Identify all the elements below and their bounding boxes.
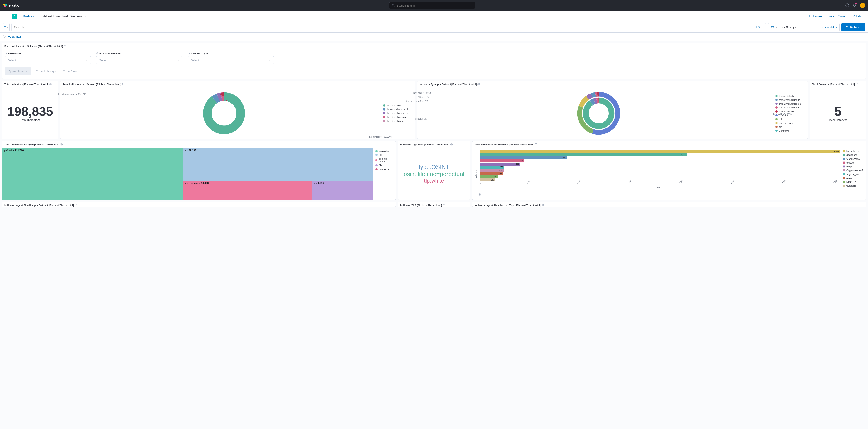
bar-row[interactable]: 440 [480,159,840,162]
legend-item[interactable]: threatintel.abuseurl [775,98,803,101]
legend-item[interactable]: lrz_urlhaus [843,150,863,152]
tag-item[interactable]: tlp:white [424,178,444,184]
warning-icon: ⚠ [96,52,98,55]
refresh-label: Refresh [850,25,861,29]
add-filter-button[interactable]: + Add filter [8,35,21,38]
legend-item[interactable]: Gandylyan1 [843,157,863,160]
elastic-logo[interactable]: elastic [3,3,19,8]
cancel-changes-button[interactable]: Cancel changes [34,67,58,75]
query-input[interactable] [14,25,754,29]
legend-label: threatintel.otx [779,95,794,97]
svg-rect-9 [4,26,6,28]
legend-item[interactable]: geenensp [843,154,863,156]
global-search[interactable] [389,2,475,9]
bar-row[interactable]: 2,048 [480,153,840,156]
info-icon[interactable]: ⓘ [122,83,124,86]
query-input-wrap[interactable]: KQL [11,23,766,31]
legend-item[interactable]: sugimu_sec [843,173,863,176]
legend-item[interactable]: Cryptolaemus1 [843,169,863,172]
legend-swatch [843,150,845,152]
apply-changes-button[interactable]: Apply changes [5,67,31,75]
feed-name-select[interactable]: Select... [5,56,91,64]
global-search-input[interactable] [397,4,473,7]
refresh-button[interactable]: Refresh [841,23,865,31]
share-button[interactable]: Share [827,14,835,18]
legend-item[interactable]: threatintel.anomali [775,106,803,109]
bar-row[interactable]: 3,554 [480,150,840,153]
info-icon[interactable]: ⓘ [541,204,544,207]
info-icon[interactable]: ⓘ [50,83,52,86]
legend-item[interactable]: threatintel.otx [383,104,411,107]
legend-item[interactable]: url [375,154,393,156]
bar-chart[interactable]: 3,5542,048862440399237234228181148 05001… [477,150,840,198]
tag-item[interactable]: type:OSINT [418,163,450,171]
info-icon[interactable]: ⓘ [450,143,453,146]
donut-chart[interactable] [575,89,622,137]
info-icon[interactable]: ⓘ [856,83,858,86]
svg-point-21 [586,100,611,126]
legend-item[interactable]: threatintel.otx [775,95,803,97]
info-icon[interactable]: ⓘ [60,143,63,146]
legend-item[interactable]: domain-name [775,122,803,124]
newsfeed-icon[interactable] [845,3,849,8]
legend-item[interactable]: unknown [775,129,803,132]
nav-toggle-icon[interactable] [3,13,9,20]
legend-item[interactable]: unknown [375,168,393,171]
legend-item[interactable]: misp [843,165,863,168]
legend-item[interactable]: tammeto [843,184,863,187]
clone-button[interactable]: Clone [838,14,845,18]
legend-item[interactable]: threatintel.misp [383,120,411,122]
legend-item[interactable]: threatintel.abusema... [383,112,411,115]
bar-row[interactable]: 181 [480,175,840,178]
bar-row[interactable]: 234 [480,169,840,172]
indicator-provider-select[interactable]: Select... [96,56,182,64]
legend-item[interactable]: r3dbU7z [843,181,863,183]
edit-button[interactable]: Edit [848,13,865,20]
info-icon[interactable]: ⓘ [75,204,77,207]
legend-item[interactable]: threatintel.abusema... [775,102,803,105]
tag-cloud[interactable]: type:OSINT osint:lifetime=perpetual tlp:… [404,163,464,184]
info-icon[interactable]: ⓘ [64,44,66,48]
legend-label: ipv4-addr [379,150,390,152]
legend-item[interactable]: threatintel.abuseurl [383,108,411,111]
user-avatar[interactable]: C [860,3,865,8]
legend-item[interactable]: abuse_ch [843,177,863,179]
space-selector[interactable]: D [12,13,17,19]
legend-toggle-icon[interactable] [478,193,482,197]
legend-item[interactable]: threatintel.misp [775,110,803,113]
tag-item[interactable]: osint:lifetime=perpetual [404,171,464,178]
bar-row[interactable]: 862 [480,156,840,159]
clear-form-button[interactable]: Clear form [62,67,78,75]
panel-title: Total Indicators per Type [Filebeat Thre… [4,143,59,146]
legend-swatch [775,118,778,120]
control-label: Indicator Type [191,52,208,55]
chevron-down-icon[interactable] [84,14,86,18]
donut-annotation: domain-name (9.53%) [406,100,428,102]
indicator-type-select[interactable]: Select... [188,56,274,64]
treemap-chart[interactable]: ipv4-addr 111,786 url 59,336 domain-name… [2,148,373,200]
legend-item[interactable]: domain-name [375,157,393,163]
saved-query-button[interactable] [3,23,9,31]
date-picker[interactable]: Last 30 days Show dates [768,23,840,31]
info-icon[interactable]: ⓘ [443,204,445,207]
query-lang-toggle[interactable]: KQL [754,26,763,29]
bar-row[interactable]: 399 [480,162,840,165]
bar-row[interactable]: 228 [480,172,840,175]
legend-item[interactable]: file [375,164,393,167]
info-icon[interactable]: ⓘ [535,143,537,146]
show-dates-link[interactable]: Show dates [823,26,837,29]
info-icon[interactable]: ⓘ [477,83,480,86]
legend-item[interactable]: url [775,118,803,121]
legend-item[interactable]: ipv4-addr [375,150,393,152]
notifications-icon[interactable] [852,3,856,8]
axis-tick: 0 [479,182,481,184]
legend-item[interactable]: file [775,125,803,128]
donut-chart[interactable] [200,89,248,137]
legend-item[interactable]: threatintel.anomali [383,116,411,119]
filter-options-icon[interactable] [3,35,6,38]
fullscreen-button[interactable]: Full screen [809,14,824,18]
legend-item[interactable]: tolisec [843,161,863,164]
legend-label: file [779,125,782,128]
breadcrumb-root[interactable]: Dashboard [23,14,37,18]
bar-row[interactable]: 237 [480,165,840,169]
